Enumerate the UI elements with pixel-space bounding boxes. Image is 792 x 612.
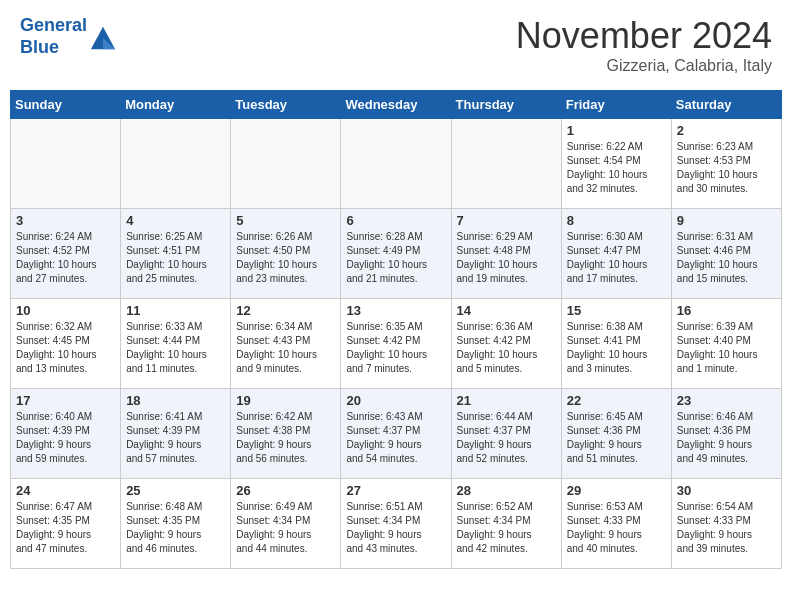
weekday-header-thursday: Thursday	[451, 91, 561, 119]
day-number: 22	[567, 393, 666, 408]
day-info: Sunrise: 6:41 AM Sunset: 4:39 PM Dayligh…	[126, 410, 225, 466]
day-info: Sunrise: 6:38 AM Sunset: 4:41 PM Dayligh…	[567, 320, 666, 376]
calendar-cell: 9Sunrise: 6:31 AM Sunset: 4:46 PM Daylig…	[671, 209, 781, 299]
calendar-cell	[451, 119, 561, 209]
weekday-header-saturday: Saturday	[671, 91, 781, 119]
day-info: Sunrise: 6:34 AM Sunset: 4:43 PM Dayligh…	[236, 320, 335, 376]
day-number: 17	[16, 393, 115, 408]
day-info: Sunrise: 6:54 AM Sunset: 4:33 PM Dayligh…	[677, 500, 776, 556]
day-info: Sunrise: 6:23 AM Sunset: 4:53 PM Dayligh…	[677, 140, 776, 196]
calendar-cell: 26Sunrise: 6:49 AM Sunset: 4:34 PM Dayli…	[231, 479, 341, 569]
day-number: 4	[126, 213, 225, 228]
day-info: Sunrise: 6:48 AM Sunset: 4:35 PM Dayligh…	[126, 500, 225, 556]
calendar-cell: 14Sunrise: 6:36 AM Sunset: 4:42 PM Dayli…	[451, 299, 561, 389]
weekday-header-monday: Monday	[121, 91, 231, 119]
day-info: Sunrise: 6:36 AM Sunset: 4:42 PM Dayligh…	[457, 320, 556, 376]
calendar-cell: 24Sunrise: 6:47 AM Sunset: 4:35 PM Dayli…	[11, 479, 121, 569]
calendar-cell: 29Sunrise: 6:53 AM Sunset: 4:33 PM Dayli…	[561, 479, 671, 569]
day-info: Sunrise: 6:24 AM Sunset: 4:52 PM Dayligh…	[16, 230, 115, 286]
calendar-week-4: 17Sunrise: 6:40 AM Sunset: 4:39 PM Dayli…	[11, 389, 782, 479]
day-number: 28	[457, 483, 556, 498]
calendar-cell	[11, 119, 121, 209]
calendar-cell: 4Sunrise: 6:25 AM Sunset: 4:51 PM Daylig…	[121, 209, 231, 299]
month-title: November 2024	[516, 15, 772, 57]
weekday-header-wednesday: Wednesday	[341, 91, 451, 119]
calendar-cell: 23Sunrise: 6:46 AM Sunset: 4:36 PM Dayli…	[671, 389, 781, 479]
logo: General Blue	[20, 15, 117, 58]
calendar-cell: 25Sunrise: 6:48 AM Sunset: 4:35 PM Dayli…	[121, 479, 231, 569]
day-number: 7	[457, 213, 556, 228]
calendar-cell: 16Sunrise: 6:39 AM Sunset: 4:40 PM Dayli…	[671, 299, 781, 389]
day-number: 8	[567, 213, 666, 228]
day-info: Sunrise: 6:35 AM Sunset: 4:42 PM Dayligh…	[346, 320, 445, 376]
calendar-cell	[231, 119, 341, 209]
day-number: 16	[677, 303, 776, 318]
logo-icon	[89, 23, 117, 51]
day-info: Sunrise: 6:22 AM Sunset: 4:54 PM Dayligh…	[567, 140, 666, 196]
day-info: Sunrise: 6:53 AM Sunset: 4:33 PM Dayligh…	[567, 500, 666, 556]
calendar-cell: 28Sunrise: 6:52 AM Sunset: 4:34 PM Dayli…	[451, 479, 561, 569]
calendar-cell: 15Sunrise: 6:38 AM Sunset: 4:41 PM Dayli…	[561, 299, 671, 389]
day-number: 14	[457, 303, 556, 318]
day-info: Sunrise: 6:40 AM Sunset: 4:39 PM Dayligh…	[16, 410, 115, 466]
calendar-cell: 19Sunrise: 6:42 AM Sunset: 4:38 PM Dayli…	[231, 389, 341, 479]
weekday-header-sunday: Sunday	[11, 91, 121, 119]
calendar-cell: 3Sunrise: 6:24 AM Sunset: 4:52 PM Daylig…	[11, 209, 121, 299]
calendar-cell	[121, 119, 231, 209]
day-number: 27	[346, 483, 445, 498]
day-info: Sunrise: 6:32 AM Sunset: 4:45 PM Dayligh…	[16, 320, 115, 376]
calendar-week-2: 3Sunrise: 6:24 AM Sunset: 4:52 PM Daylig…	[11, 209, 782, 299]
day-info: Sunrise: 6:42 AM Sunset: 4:38 PM Dayligh…	[236, 410, 335, 466]
day-info: Sunrise: 6:44 AM Sunset: 4:37 PM Dayligh…	[457, 410, 556, 466]
day-number: 19	[236, 393, 335, 408]
calendar-table: SundayMondayTuesdayWednesdayThursdayFrid…	[10, 90, 782, 569]
calendar-cell: 6Sunrise: 6:28 AM Sunset: 4:49 PM Daylig…	[341, 209, 451, 299]
day-number: 9	[677, 213, 776, 228]
calendar-cell: 7Sunrise: 6:29 AM Sunset: 4:48 PM Daylig…	[451, 209, 561, 299]
day-number: 25	[126, 483, 225, 498]
calendar-week-5: 24Sunrise: 6:47 AM Sunset: 4:35 PM Dayli…	[11, 479, 782, 569]
calendar-cell: 13Sunrise: 6:35 AM Sunset: 4:42 PM Dayli…	[341, 299, 451, 389]
day-number: 21	[457, 393, 556, 408]
day-info: Sunrise: 6:30 AM Sunset: 4:47 PM Dayligh…	[567, 230, 666, 286]
day-info: Sunrise: 6:31 AM Sunset: 4:46 PM Dayligh…	[677, 230, 776, 286]
day-number: 15	[567, 303, 666, 318]
page-header: General Blue November 2024 Gizzeria, Cal…	[10, 10, 782, 80]
calendar-cell: 18Sunrise: 6:41 AM Sunset: 4:39 PM Dayli…	[121, 389, 231, 479]
calendar-cell: 20Sunrise: 6:43 AM Sunset: 4:37 PM Dayli…	[341, 389, 451, 479]
calendar-cell: 22Sunrise: 6:45 AM Sunset: 4:36 PM Dayli…	[561, 389, 671, 479]
day-info: Sunrise: 6:49 AM Sunset: 4:34 PM Dayligh…	[236, 500, 335, 556]
day-info: Sunrise: 6:39 AM Sunset: 4:40 PM Dayligh…	[677, 320, 776, 376]
day-info: Sunrise: 6:26 AM Sunset: 4:50 PM Dayligh…	[236, 230, 335, 286]
calendar-cell: 2Sunrise: 6:23 AM Sunset: 4:53 PM Daylig…	[671, 119, 781, 209]
day-info: Sunrise: 6:47 AM Sunset: 4:35 PM Dayligh…	[16, 500, 115, 556]
calendar-cell: 12Sunrise: 6:34 AM Sunset: 4:43 PM Dayli…	[231, 299, 341, 389]
day-number: 10	[16, 303, 115, 318]
calendar-cell: 1Sunrise: 6:22 AM Sunset: 4:54 PM Daylig…	[561, 119, 671, 209]
calendar-cell: 10Sunrise: 6:32 AM Sunset: 4:45 PM Dayli…	[11, 299, 121, 389]
day-number: 2	[677, 123, 776, 138]
day-number: 24	[16, 483, 115, 498]
calendar-cell: 27Sunrise: 6:51 AM Sunset: 4:34 PM Dayli…	[341, 479, 451, 569]
logo-text: General Blue	[20, 15, 87, 58]
day-info: Sunrise: 6:52 AM Sunset: 4:34 PM Dayligh…	[457, 500, 556, 556]
day-number: 30	[677, 483, 776, 498]
calendar-cell: 5Sunrise: 6:26 AM Sunset: 4:50 PM Daylig…	[231, 209, 341, 299]
day-info: Sunrise: 6:33 AM Sunset: 4:44 PM Dayligh…	[126, 320, 225, 376]
day-number: 12	[236, 303, 335, 318]
day-info: Sunrise: 6:29 AM Sunset: 4:48 PM Dayligh…	[457, 230, 556, 286]
calendar-cell: 8Sunrise: 6:30 AM Sunset: 4:47 PM Daylig…	[561, 209, 671, 299]
day-info: Sunrise: 6:51 AM Sunset: 4:34 PM Dayligh…	[346, 500, 445, 556]
day-number: 26	[236, 483, 335, 498]
day-info: Sunrise: 6:45 AM Sunset: 4:36 PM Dayligh…	[567, 410, 666, 466]
day-number: 18	[126, 393, 225, 408]
weekday-header-friday: Friday	[561, 91, 671, 119]
day-info: Sunrise: 6:28 AM Sunset: 4:49 PM Dayligh…	[346, 230, 445, 286]
calendar-week-3: 10Sunrise: 6:32 AM Sunset: 4:45 PM Dayli…	[11, 299, 782, 389]
day-info: Sunrise: 6:43 AM Sunset: 4:37 PM Dayligh…	[346, 410, 445, 466]
weekday-header-row: SundayMondayTuesdayWednesdayThursdayFrid…	[11, 91, 782, 119]
day-number: 13	[346, 303, 445, 318]
day-number: 5	[236, 213, 335, 228]
calendar-cell: 17Sunrise: 6:40 AM Sunset: 4:39 PM Dayli…	[11, 389, 121, 479]
day-number: 3	[16, 213, 115, 228]
